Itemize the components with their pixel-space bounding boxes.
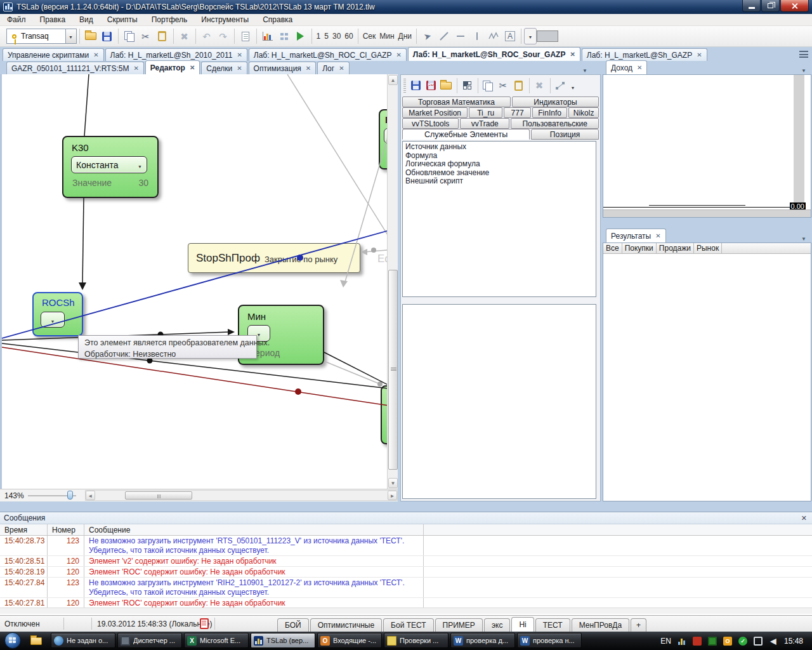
script-editor-canvas[interactable]: K30 Константа Значение 30 Н StopShПроф З… [0, 74, 387, 489]
palette-tab-ti-ru[interactable]: Ti_ru [469, 107, 502, 118]
arrange-blocks-button[interactable] [460, 79, 474, 93]
network-icon[interactable] [754, 637, 763, 646]
tslab-tray-icon[interactable] [678, 637, 686, 646]
taskbar-button-mail-checks[interactable]: Проверки ... [384, 633, 449, 648]
close-icon[interactable] [237, 65, 242, 72]
agent-tab[interactable]: ТЕСТ [535, 618, 570, 632]
scroll-up-icon[interactable]: ▲ [388, 75, 398, 85]
tab-editor[interactable]: Редактор [145, 60, 200, 74]
block-stopsh[interactable]: StopShПроф Закрытие по рынку [188, 243, 360, 273]
palette-tab-vvtsltools[interactable]: vvTSLtools [402, 118, 459, 129]
zoom-slider[interactable] [28, 495, 76, 496]
tab-income[interactable]: Доход [606, 60, 647, 74]
trendline-tool-button[interactable] [436, 28, 452, 44]
taskbar-button-browser[interactable]: Не задан о... [51, 633, 115, 648]
interval-30-button[interactable]: 30 [331, 32, 343, 41]
cut-button[interactable]: ✂ [138, 28, 154, 44]
agent-tab[interactable]: Бой ТЕСТ [383, 618, 434, 632]
language-indicator[interactable]: EN [660, 637, 671, 646]
tab-instrument[interactable]: GAZR_050101_111121_V:RTS:5M [6, 62, 144, 74]
delete-button[interactable]: ✖ [176, 28, 193, 44]
tab-trades[interactable]: Сделки [201, 62, 247, 74]
tab-lab-roc-sour-gazp[interactable]: Лаб: H_L_marketL@Sh_ROC_Sour_GAZP [408, 47, 580, 61]
schema-button[interactable] [276, 28, 292, 44]
vline-tool-button[interactable] [469, 28, 485, 44]
explorer-pinned-button[interactable] [28, 634, 44, 647]
palette-tab-nikolz[interactable]: Nikolz [568, 107, 599, 118]
scroll-right-icon[interactable]: ► [388, 491, 397, 500]
toolbar-overflow-icon[interactable] [568, 80, 577, 94]
message-row[interactable]: 15:40:28.19 120 Элемент 'ROC' содержит о… [0, 567, 812, 578]
interval-1-button[interactable]: 1 [315, 32, 323, 41]
tab-log[interactable]: Лог [317, 62, 349, 74]
block-type-dropdown[interactable]: Константа [71, 156, 147, 173]
tab-lab-gazp[interactable]: Лаб: H_L_marketL@Sh_GAZP [582, 48, 707, 61]
block-partial-bottom[interactable] [381, 385, 387, 444]
cut-block-button[interactable]: ✂ [496, 79, 510, 93]
tab-optimization[interactable]: Оптимизация [249, 62, 317, 74]
delete-block-button[interactable]: ✖ [532, 79, 546, 93]
properties-button[interactable] [237, 28, 254, 44]
tab-script-management[interactable]: Управление скриптами [3, 48, 104, 61]
agent-tab[interactable]: МенПРовДа [572, 618, 629, 632]
block-type-dropdown[interactable] [41, 312, 65, 328]
pointer-tool-button[interactable]: ➤ [419, 28, 436, 44]
taskbar-button-task-manager[interactable]: Диспетчер ... [117, 633, 182, 648]
col-market[interactable]: Рынок [694, 243, 722, 253]
col-buys[interactable]: Покупки [622, 243, 657, 253]
open-button[interactable] [82, 28, 99, 44]
editor-tabs-dropdown-icon[interactable] [582, 65, 591, 73]
block-rocsh[interactable]: ROCSh [32, 292, 83, 336]
alert-horn-icon[interactable] [693, 637, 702, 646]
list-item[interactable]: Обновляемое значение [405, 169, 593, 178]
paste-block-button[interactable] [511, 79, 525, 93]
unit-min-button[interactable]: Мин [377, 32, 396, 41]
start-button[interactable] [4, 632, 21, 649]
checkmark-icon[interactable]: ✓ [738, 637, 747, 646]
close-icon[interactable] [190, 65, 195, 71]
agent-tab[interactable]: Оптимистичные [310, 618, 382, 632]
tab-lab-roc-cl-gazp[interactable]: Лаб: H_L_marketL@Sh_ROC_Cl_GAZP [249, 48, 407, 61]
menu-file[interactable]: Файл [0, 14, 33, 25]
agent-tab-active[interactable]: Hi [511, 617, 534, 632]
canvas-vscrollbar[interactable]: ▲ ▼ [387, 74, 398, 489]
palette-tab-position[interactable]: Позиция [531, 129, 599, 140]
palette-tab-indicators[interactable]: Индикаторы [512, 96, 599, 107]
unit-day-button[interactable]: Дни [396, 32, 414, 41]
save-button[interactable] [99, 28, 115, 44]
agent-tab[interactable]: экс [484, 618, 511, 632]
hscroll-thumb[interactable] [125, 491, 192, 500]
undo-button[interactable]: ↶ [199, 28, 215, 44]
copy-block-button[interactable] [481, 79, 495, 93]
style-dropdown[interactable] [524, 28, 537, 44]
link-mode-button[interactable] [553, 79, 567, 93]
close-icon[interactable] [133, 65, 138, 72]
journal-icon[interactable] [200, 618, 209, 629]
menu-view[interactable]: Вид [72, 14, 100, 25]
zoom-slider-thumb[interactable] [67, 491, 73, 500]
taskbar-button-outlook-inbox[interactable]: OВходящие -... [317, 633, 382, 648]
copy-button[interactable] [121, 28, 138, 44]
close-icon[interactable] [697, 52, 702, 58]
unit-sec-button[interactable]: Сек [361, 32, 378, 41]
list-item[interactable]: Источник данных [405, 143, 593, 152]
drag-handle[interactable] [403, 79, 406, 93]
menu-portfolio[interactable]: Портфель [145, 14, 195, 25]
col-time[interactable]: Время [0, 524, 48, 535]
list-item[interactable]: Внешний скрипт [405, 177, 593, 186]
speaker-icon[interactable]: ◀ [769, 637, 778, 646]
close-icon[interactable] [93, 52, 98, 58]
vscroll-thumb[interactable] [388, 270, 398, 470]
income-tabs-dropdown-icon[interactable] [801, 65, 810, 73]
col-message[interactable]: Сообщение [84, 524, 424, 535]
col-sells[interactable]: Продажи [657, 243, 694, 253]
tab-results[interactable]: Результаты [606, 229, 666, 242]
message-row[interactable]: 15:40:28.73 123 Не возможно загрузить ин… [0, 536, 812, 556]
close-icon[interactable] [655, 233, 660, 239]
tab-lab-2010-2011[interactable]: Лаб: H_L_marketL@Sh_2010_2011 [105, 48, 247, 61]
connection-dropdown-button[interactable] [65, 29, 76, 43]
menu-tools[interactable]: Инструменты [194, 14, 256, 25]
col-all[interactable]: Все [603, 243, 622, 253]
save-script-button[interactable] [409, 79, 422, 93]
interval-5-button[interactable]: 5 [322, 32, 331, 41]
